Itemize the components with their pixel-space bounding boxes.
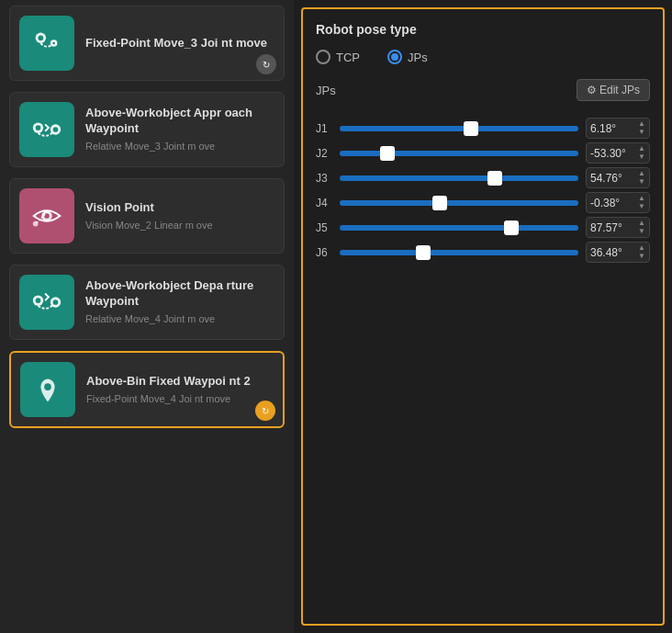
slider-row-j2: J2 -53.30° ▲ ▼ — [316, 142, 650, 164]
slider-label-j3: J3 — [316, 172, 332, 185]
slider-label-j6: J6 — [316, 246, 332, 259]
spinner-j2[interactable]: ▲ ▼ — [638, 145, 645, 161]
card-above-bin-fixed[interactable]: Above-Bin Fixed Waypoi nt 2 Fixed-Point … — [9, 351, 285, 428]
svg-point-12 — [36, 298, 41, 303]
spinner-up-j5[interactable]: ▲ — [638, 220, 645, 227]
card-title-bin: Above-Bin Fixed Waypoi nt 2 — [86, 374, 274, 390]
svg-point-14 — [53, 300, 59, 305]
radio-jps[interactable]: JPs — [387, 50, 428, 64]
radio-group-pose-type: TCP JPs — [316, 50, 650, 64]
card-content-approach: Above-Workobject Appr oach Waypoint Rela… — [85, 106, 274, 153]
slider-value-j6: 36.48° — [590, 246, 622, 259]
card-icon-departure — [19, 275, 74, 330]
slider-label-j5: J5 — [316, 221, 332, 234]
card-title-departure: Above-Workobject Depa rture Waypoint — [85, 278, 274, 310]
card-title-approach: Above-Workobject Appr oach Waypoint — [85, 106, 274, 137]
card-badge-orange-bin: ↻ — [255, 401, 275, 421]
slider-label-j2: J2 — [316, 147, 332, 160]
slider-track-j2[interactable] — [340, 151, 578, 156]
slider-value-box-j2: -53.30° ▲ ▼ — [586, 142, 650, 164]
spinner-down-j5[interactable]: ▼ — [638, 228, 645, 235]
spinner-j5[interactable]: ▲ ▼ — [638, 220, 645, 235]
right-panel: Robot pose type TCP JPs JPs ⚙ Edit JPs J… — [301, 7, 665, 626]
slider-row-j5: J5 87.57° ▲ ▼ — [316, 217, 650, 238]
slider-thumb-j1[interactable] — [464, 121, 478, 136]
slider-row-j6: J6 36.48° ▲ ▼ — [316, 242, 650, 263]
card-icon-bin — [20, 362, 75, 417]
spinner-j1[interactable]: ▲ ▼ — [638, 120, 645, 136]
card-content-departure: Above-Workobject Depa rture Waypoint Rel… — [85, 278, 274, 325]
slider-value-j2: -53.30° — [590, 147, 626, 160]
card-content-vision: Vision Point Vision Move_2 Linear m ove — [85, 200, 274, 232]
svg-point-1 — [39, 35, 44, 40]
spinner-down-j6[interactable]: ▼ — [638, 253, 645, 260]
card-icon-approach — [19, 102, 74, 157]
panel-title: Robot pose type — [316, 22, 650, 37]
card-subtitle-vision: Vision Move_2 Linear m ove — [85, 219, 274, 232]
card-title-fixedpoint3: Fixed-Point Move_3 Joi nt move — [85, 36, 274, 51]
edit-jps-button[interactable]: ⚙ Edit JPs — [577, 79, 650, 101]
card-icon-vision — [19, 188, 74, 243]
spinner-j4[interactable]: ▲ ▼ — [638, 195, 645, 210]
slider-thumb-j5[interactable] — [504, 220, 519, 235]
spinner-up-j2[interactable]: ▲ — [638, 145, 645, 153]
svg-point-9 — [44, 213, 50, 219]
spinner-up-j3[interactable]: ▲ — [638, 170, 645, 177]
slider-value-j3: 54.76° — [590, 172, 622, 185]
card-above-departure[interactable]: Above-Workobject Depa rture Waypoint Rel… — [9, 265, 285, 340]
spinner-down-j3[interactable]: ▼ — [638, 178, 645, 186]
card-above-approach[interactable]: Above-Workobject Appr oach Waypoint Rela… — [9, 92, 285, 167]
radio-label-tcp: TCP — [336, 51, 360, 64]
svg-point-15 — [44, 383, 51, 390]
spinner-down-j2[interactable]: ▼ — [638, 153, 645, 161]
slider-value-box-j4: -0.38° ▲ ▼ — [586, 192, 650, 213]
card-content-fixedpoint3: Fixed-Point Move_3 Joi nt move — [85, 36, 274, 51]
sliders-container: J1 6.18° ▲ ▼ J2 -53.30° ▲ ▼ — [316, 118, 650, 266]
slider-thumb-j6[interactable] — [416, 245, 431, 260]
slider-thumb-j3[interactable] — [487, 171, 502, 186]
slider-row-j3: J3 54.76° ▲ ▼ — [316, 167, 650, 188]
radio-tcp[interactable]: TCP — [316, 50, 360, 64]
card-fixedpoint3[interactable]: Fixed-Point Move_3 Joi nt move ↻ — [9, 6, 285, 81]
svg-point-5 — [36, 125, 41, 130]
slider-track-j4[interactable] — [340, 200, 578, 206]
svg-point-7 — [53, 127, 59, 132]
jps-section-label: JPs — [316, 84, 336, 97]
spinner-up-j1[interactable]: ▲ — [638, 120, 645, 128]
slider-thumb-j4[interactable] — [432, 196, 447, 210]
slider-value-box-j6: 36.48° ▲ ▼ — [586, 242, 650, 263]
left-panel: Fixed-Point Move_3 Joi nt move ↻ Above-W… — [0, 0, 294, 633]
slider-track-j5[interactable] — [340, 225, 578, 231]
radio-circle-jps — [387, 50, 402, 64]
slider-track-j6[interactable] — [340, 250, 578, 255]
radio-circle-tcp — [316, 50, 330, 64]
spinner-up-j4[interactable]: ▲ — [638, 195, 645, 202]
svg-point-10 — [33, 221, 39, 227]
jps-header: JPs ⚙ Edit JPs — [316, 79, 650, 101]
slider-value-box-j5: 87.57° ▲ ▼ — [586, 217, 650, 238]
slider-row-j4: J4 -0.38° ▲ ▼ — [316, 192, 650, 213]
card-icon-fixedpoint3 — [19, 16, 74, 71]
slider-label-j4: J4 — [316, 197, 332, 209]
slider-value-j4: -0.38° — [590, 197, 620, 209]
spinner-up-j6[interactable]: ▲ — [638, 244, 645, 252]
slider-value-j1: 6.18° — [590, 122, 616, 135]
slider-label-j1: J1 — [316, 122, 332, 135]
spinner-down-j4[interactable]: ▼ — [638, 203, 645, 210]
spinner-j6[interactable]: ▲ ▼ — [638, 244, 645, 260]
card-content-bin: Above-Bin Fixed Waypoi nt 2 Fixed-Point … — [86, 374, 274, 405]
radio-label-jps: JPs — [408, 51, 428, 64]
card-badge-gray-fixedpoint3: ↻ — [256, 54, 276, 74]
card-vision-point[interactable]: Vision Point Vision Move_2 Linear m ove — [9, 178, 285, 254]
slider-value-j5: 87.57° — [590, 221, 622, 234]
slider-value-box-j1: 6.18° ▲ ▼ — [586, 118, 650, 139]
slider-track-j3[interactable] — [340, 175, 578, 181]
card-title-vision: Vision Point — [85, 200, 274, 216]
slider-track-j1[interactable] — [340, 126, 578, 131]
slider-thumb-j2[interactable] — [380, 146, 395, 161]
card-subtitle-bin: Fixed-Point Move_4 Joi nt move — [86, 392, 274, 405]
card-subtitle-approach: Relative Move_3 Joint m ove — [85, 140, 274, 153]
spinner-j3[interactable]: ▲ ▼ — [638, 170, 645, 186]
card-subtitle-departure: Relative Move_4 Joint m ove — [85, 312, 274, 325]
spinner-down-j1[interactable]: ▼ — [638, 129, 645, 136]
